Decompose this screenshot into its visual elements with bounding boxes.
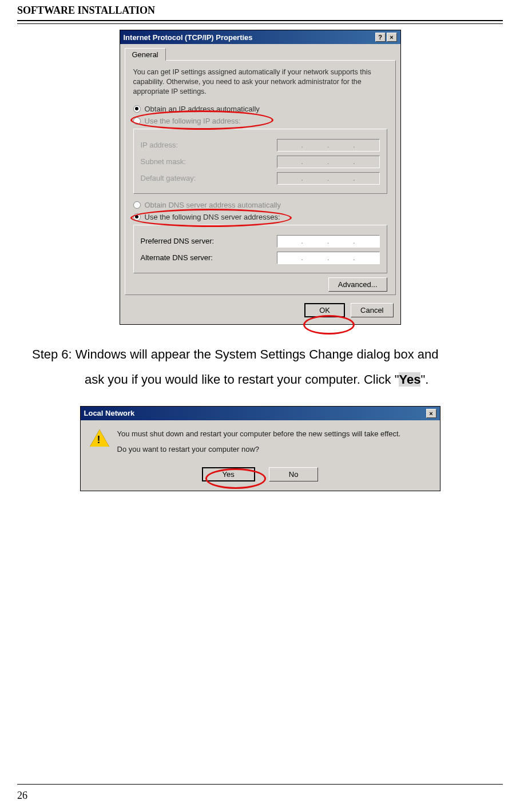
radio-label: Obtain DNS server address automatically (145, 201, 281, 209)
titlebar: Internet Protocol (TCP/IP) Properties ? … (120, 30, 400, 44)
input-gateway[interactable]: ... (277, 172, 380, 185)
row-gateway: Default gateway: ... (141, 172, 380, 185)
radio-icon (133, 213, 141, 221)
tab-strip: General (120, 44, 400, 60)
help-icon[interactable]: ? (375, 33, 386, 42)
header-rule-thick (17, 20, 503, 21)
figure-1-wrap: Internet Protocol (TCP/IP) Properties ? … (0, 30, 520, 325)
step-6-yes: Yes (399, 372, 420, 387)
input-alt-dns[interactable]: ... (277, 252, 380, 264)
panel-description: You can get IP settings assigned automat… (133, 67, 387, 97)
row-subnet: Subnet mask: ... (141, 156, 380, 168)
input-pref-dns[interactable]: ... (277, 235, 380, 248)
radio-label: Use the following DNS server addresses: (145, 213, 280, 221)
dialog-button-row: Yes No (81, 464, 440, 491)
footer-rule (17, 784, 503, 785)
message-line-2: Do you want to restart your computer now… (117, 445, 401, 453)
step-6-line2-post: ". (420, 372, 428, 387)
radio-label: Use the following IP address: (145, 117, 241, 125)
dialog-title: Internet Protocol (TCP/IP) Properties (124, 33, 253, 42)
no-button[interactable]: No (269, 467, 319, 481)
radio-obtain-ip[interactable]: Obtain an IP address automatically (133, 105, 387, 113)
row-pref-dns: Preferred DNS server: ... (141, 235, 380, 248)
dialog-button-row: OK Cancel (120, 300, 400, 324)
close-icon[interactable]: × (426, 409, 436, 418)
page-header: SOFTWARE INSTALLATION (0, 0, 520, 17)
page-number: 26 (17, 790, 27, 802)
local-network-dialog: Local Network × You must shut down and r… (80, 406, 440, 491)
row-ip-address: IP address: ... (141, 139, 380, 152)
radio-icon (133, 201, 141, 209)
label-ip-address: IP address: (141, 141, 178, 149)
input-subnet[interactable]: ... (277, 156, 380, 168)
radio-icon (133, 117, 141, 125)
message-line-1: You must shut down and restart your comp… (117, 429, 401, 438)
message-body: You must shut down and restart your comp… (81, 420, 440, 464)
ok-button[interactable]: OK (304, 303, 345, 317)
yes-button[interactable]: Yes (202, 467, 255, 481)
cancel-button[interactable]: Cancel (351, 303, 393, 317)
titlebar: Local Network × (81, 407, 440, 420)
tcpip-properties-dialog: Internet Protocol (TCP/IP) Properties ? … (120, 30, 401, 325)
warning-icon (90, 429, 109, 449)
general-panel: You can get IP settings assigned automat… (125, 60, 396, 295)
ip-group: IP address: ... Subnet mask: ... Default… (133, 129, 387, 194)
label-gateway: Default gateway: (141, 174, 196, 182)
step-6-line1: Step 6: Windows will appear the System S… (32, 347, 439, 361)
label-alt-dns: Alternate DNS server: (141, 253, 213, 262)
step-6-text: Step 6: Windows will appear the System S… (32, 342, 488, 392)
step-6-line2-pre: ask you if you would like to restart you… (85, 372, 399, 387)
radio-label: Obtain an IP address automatically (145, 105, 260, 113)
input-ip-address[interactable]: ... (277, 139, 380, 152)
dns-group: Preferred DNS server: ... Alternate DNS … (133, 225, 387, 273)
header-rule-thin (17, 23, 503, 24)
radio-use-ip[interactable]: Use the following IP address: (133, 117, 387, 125)
label-subnet: Subnet mask: (141, 157, 186, 166)
radio-use-dns[interactable]: Use the following DNS server addresses: (133, 213, 387, 221)
close-icon[interactable]: × (387, 33, 397, 42)
radio-icon (133, 105, 141, 113)
message-text: You must shut down and restart your comp… (117, 429, 401, 460)
advanced-row: Advanced... (133, 280, 387, 289)
label-pref-dns: Preferred DNS server: (141, 237, 215, 245)
dialog-title: Local Network (84, 409, 135, 417)
row-alt-dns: Alternate DNS server: ... (141, 252, 380, 264)
tab-general[interactable]: General (125, 48, 166, 61)
advanced-button[interactable]: Advanced... (328, 277, 387, 292)
radio-obtain-dns[interactable]: Obtain DNS server address automatically (133, 201, 387, 209)
figure-2-wrap: Local Network × You must shut down and r… (0, 406, 520, 491)
